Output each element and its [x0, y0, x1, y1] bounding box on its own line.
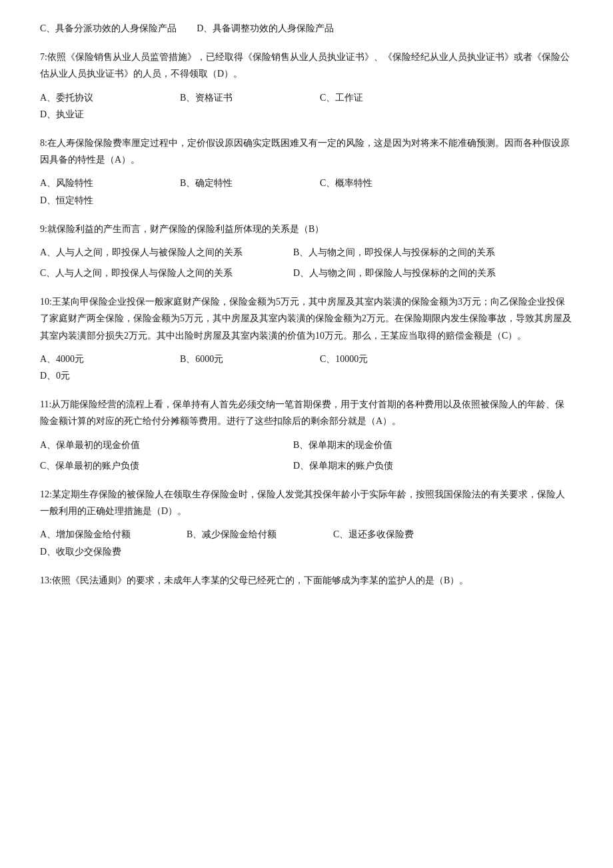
question-10-text: 10:王某向甲保险企业投保一般家庭财产保险，保险金额为5万元，其中房屋及其室内装… — [40, 293, 573, 344]
question-13-text: 13:依照《民法通则》的要求，未成年人李某的父母已经死亡的，下面能够成为李某的监… — [40, 572, 573, 589]
q12-option-d: D、收取少交保险费 — [40, 543, 167, 560]
q12-option-c-text: C、退还多收保险费 — [333, 529, 414, 539]
q12-option-a: A、增加保险金给付额 — [40, 526, 167, 543]
q12-option-b-text: B、减少保险金给付额 — [187, 529, 277, 539]
question-9: 9:就保险利益的产生而言，财产保险的保险利益所体现的关系是（B） A、人与人之间… — [40, 221, 573, 282]
question-11: 11:从万能保险经营的流程上看，保单持有人首先必须交纳一笔首期保费，用于支付首期… — [40, 396, 573, 474]
q8-option-a: A、风险特性 — [40, 175, 160, 191]
q7-option-d-text: D、执业证 — [40, 109, 84, 119]
q10-option-c-text: C、10000元 — [320, 354, 368, 364]
question-10: 10:王某向甲保险企业投保一般家庭财产保险，保险金额为5万元，其中房屋及其室内装… — [40, 293, 573, 384]
question-13: 13:依照《民法通则》的要求，未成年人李某的父母已经死亡的，下面能够成为李某的监… — [40, 572, 573, 589]
q8-option-c: C、概率特性 — [320, 175, 440, 191]
q12-option-a-text: A、增加保险金给付额 — [40, 529, 131, 539]
q11-option-d: D、保单期末的账户负债 — [293, 457, 526, 474]
q8-option-d: D、恒定特性 — [40, 192, 160, 209]
q7-option-b-text: B、资格证书 — [180, 93, 233, 103]
q10-option-b: B、6000元 — [180, 351, 300, 367]
q12-option-b: B、减少保险金给付额 — [187, 526, 313, 543]
q9-option-a-text: A、人与人之间，即投保人与被保险人之间的关系 — [40, 247, 243, 257]
page-content: C、具备分派功效的人身保险产品 D、具备调整功效的人身保险产品 7:依照《保险销… — [40, 20, 573, 589]
q8-option-a-text: A、风险特性 — [40, 178, 93, 188]
q11-option-c: C、保单最初的账户负债 — [40, 457, 273, 474]
q12-option-c: C、退还多收保险费 — [333, 526, 460, 543]
q7-option-a-text: A、委托协议 — [40, 93, 93, 103]
question-8-text: 8:在人寿保险保险费率厘定过程中，定价假设原因确实定既困难又有一定的风险，这是因… — [40, 135, 573, 168]
q9-option-b: B、人与物之间，即投保人与投保标的之间的关系 — [293, 244, 526, 261]
q8-option-b: B、确定特性 — [180, 175, 300, 191]
q10-option-c: C、10000元 — [320, 351, 440, 367]
q9-option-c-text: C、人与人之间，即投保人与保险人之间的关系 — [40, 268, 233, 278]
q11-option-b: B、保单期末的现金价值 — [293, 437, 526, 453]
question-12: 12:某定期生存保险的被保险人在领取生存保险金时，保险人发觉其投保年龄小于实际年… — [40, 486, 573, 560]
q7-option-c: C、工作证 — [320, 89, 440, 106]
q10-option-a: A、4000元 — [40, 351, 160, 367]
question-7-text: 7:依照《保险销售从业人员监管措施》，已经取得《保险销售从业人员执业证书》、《保… — [40, 49, 573, 82]
q11-option-a: A、保单最初的现金价值 — [40, 437, 273, 453]
q9-option-d: D、人与物之间，即保险人与投保标的之间的关系 — [293, 265, 526, 281]
q12-option-d-text: D、收取少交保险费 — [40, 547, 121, 557]
option-c-top: C、具备分派功效的人身保险产品 — [40, 20, 177, 37]
continuation-options: C、具备分派功效的人身保险产品 D、具备调整功效的人身保险产品 — [40, 20, 573, 37]
q11-option-d-text: D、保单期末的账户负债 — [293, 461, 393, 471]
option-c-top-text: C、具备分派功效的人身保险产品 — [40, 23, 177, 33]
q8-option-c-text: C、概率特性 — [320, 178, 372, 188]
question-9-text: 9:就保险利益的产生而言，财产保险的保险利益所体现的关系是（B） — [40, 221, 573, 237]
q7-option-c-text: C、工作证 — [320, 93, 363, 103]
q9-option-a: A、人与人之间，即投保人与被保险人之间的关系 — [40, 244, 273, 261]
q8-option-b-text: B、确定特性 — [180, 178, 233, 188]
q10-option-a-text: A、4000元 — [40, 354, 84, 364]
q7-option-b: B、资格证书 — [180, 89, 300, 106]
q9-option-d-text: D、人与物之间，即保险人与投保标的之间的关系 — [293, 268, 496, 278]
q11-option-c-text: C、保单最初的账户负债 — [40, 461, 139, 471]
q9-option-b-text: B、人与物之间，即投保人与投保标的之间的关系 — [293, 247, 495, 257]
q10-option-d-text: D、0元 — [40, 371, 70, 381]
q9-option-c: C、人与人之间，即投保人与保险人之间的关系 — [40, 265, 273, 281]
question-11-text: 11:从万能保险经营的流程上看，保单持有人首先必须交纳一笔首期保费，用于支付首期… — [40, 396, 573, 429]
q11-option-b-text: B、保单期末的现金价值 — [293, 440, 392, 450]
q7-option-a: A、委托协议 — [40, 89, 160, 106]
option-d-top: D、具备调整功效的人身保险产品 — [197, 20, 430, 37]
option-d-top-text: D、具备调整功效的人身保险产品 — [197, 23, 334, 33]
q8-option-d-text: D、恒定特性 — [40, 195, 93, 205]
q11-option-a-text: A、保单最初的现金价值 — [40, 440, 140, 450]
q10-option-d: D、0元 — [40, 367, 160, 384]
q10-option-b-text: B、6000元 — [180, 354, 223, 364]
question-8: 8:在人寿保险保险费率厘定过程中，定价假设原因确实定既困难又有一定的风险，这是因… — [40, 135, 573, 209]
question-12-text: 12:某定期生存保险的被保险人在领取生存保险金时，保险人发觉其投保年龄小于实际年… — [40, 486, 573, 519]
question-7: 7:依照《保险销售从业人员监管措施》，已经取得《保险销售从业人员执业证书》、《保… — [40, 49, 573, 123]
q7-option-d: D、执业证 — [40, 106, 160, 123]
